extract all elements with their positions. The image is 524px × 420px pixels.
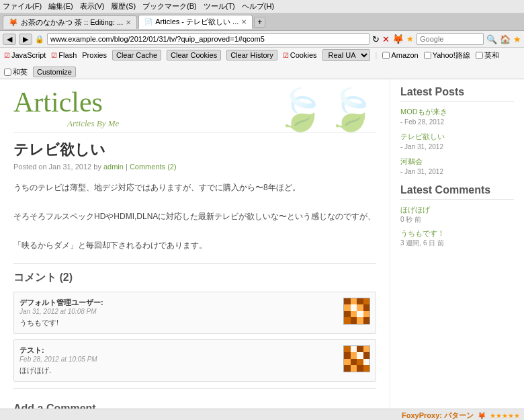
- comments-divider: [13, 388, 376, 389]
- tab-2-close[interactable]: ✕: [241, 18, 247, 26]
- js-check-icon: ☑: [4, 52, 10, 59]
- separator-1: |: [376, 51, 378, 59]
- avatar-cell: [357, 298, 363, 305]
- ja-checkbox[interactable]: [4, 69, 11, 76]
- sidebar-comment-2-link[interactable]: うちもです！: [400, 229, 445, 237]
- star-icon[interactable]: ★: [513, 34, 521, 44]
- refresh-icon[interactable]: ↻: [372, 34, 380, 44]
- bookmark-ja[interactable]: 和英: [4, 67, 28, 77]
- menu-tools[interactable]: ツール(T): [204, 1, 235, 11]
- comment-1-date: Jan 31, 2012 at 10:08 PM: [19, 308, 338, 315]
- avatar-cell: [357, 365, 363, 372]
- comment-1-text: うちもです!: [19, 318, 338, 328]
- avatar-cell: [344, 359, 351, 366]
- comment-2-text: ほげほげ.: [19, 366, 338, 376]
- comment-1-author: デフォルト管理ユーザー:: [19, 298, 338, 308]
- back-button[interactable]: ◀: [3, 34, 16, 45]
- avatar-cell: [351, 317, 357, 324]
- bookmark-proxies[interactable]: Proxies: [82, 51, 107, 59]
- tab-2[interactable]: 📄 Articles - テレビ欲しい ... ✕: [138, 15, 253, 29]
- clear-history-button[interactable]: Clear History: [226, 50, 277, 60]
- bookmark-proxies-label: Proxies: [82, 51, 107, 59]
- avatar-cell: [363, 317, 370, 324]
- home-icon[interactable]: 🏠: [500, 34, 511, 44]
- amazon-checkbox[interactable]: [382, 52, 390, 59]
- site-header: Articles Articles By Me 🍃🍃: [13, 86, 376, 133]
- bookmark-flash[interactable]: ☑ Flash: [51, 51, 77, 59]
- tab-1[interactable]: 🦊 お茶のなかみつ 茶 :: Editing: ... ✕: [3, 15, 137, 29]
- bookmark-cookies[interactable]: ☑ Cookies: [283, 51, 317, 59]
- search-star-icon: ★: [406, 34, 414, 44]
- avatar-cell: [351, 346, 357, 353]
- menu-help[interactable]: ヘルプ(H): [242, 1, 274, 11]
- bookmark-yahoo[interactable]: Yahoo!路線: [424, 50, 470, 60]
- comment-2-date: Feb 28, 2012 at 10:05 PM: [19, 355, 338, 363]
- sidebar-comment-2: うちもです！ 3 週間, 6 日 前: [400, 228, 514, 248]
- bookmark-cookies-label: Cookies: [290, 51, 317, 59]
- avatar-cell: [363, 365, 370, 372]
- avatar-cell: [357, 304, 363, 311]
- avatar-cell: [344, 311, 351, 318]
- article-title: テレビ欲しい: [13, 140, 376, 160]
- bookmark-en[interactable]: 英和: [476, 50, 499, 60]
- article-meta-text: Posted on Jan 31, 2012 by: [13, 163, 103, 171]
- avatar-cell: [363, 311, 370, 318]
- article-line-3: 「映るからダメ」と毎回却下されるわけであります。: [13, 239, 376, 253]
- sidebar-post-1-link[interactable]: MODもが来き: [400, 107, 514, 117]
- sidebar-comment-1-time: 0 秒 前: [400, 215, 514, 224]
- sidebar-post-2-link[interactable]: テレビ欲しい: [400, 132, 514, 142]
- article-author-link[interactable]: admin: [103, 163, 124, 171]
- en-checkbox[interactable]: [476, 52, 483, 59]
- flash-check-icon: ☑: [51, 52, 57, 59]
- article-body: うちのテレビは薄型、地デジ対応ではありますが、すでに購入から〜8年ほど。 そろそ…: [13, 181, 376, 253]
- menu-bookmarks[interactable]: ブックマーク(B): [142, 1, 197, 11]
- bookmark-yahoo-label: Yahoo!路線: [433, 50, 470, 60]
- menu-view[interactable]: 表示(V): [80, 1, 105, 11]
- avatar-cell: [351, 365, 357, 372]
- customize-button[interactable]: Customize: [33, 67, 76, 77]
- avatar-cell: [344, 298, 351, 305]
- clear-cookies-button[interactable]: Clear Cookies: [167, 50, 221, 60]
- search-input[interactable]: [417, 33, 484, 45]
- tab-2-favicon: 📄: [144, 18, 152, 26]
- avatar-cell: [363, 352, 370, 359]
- clear-cache-button[interactable]: Clear Cache: [112, 50, 161, 60]
- bookmark-amazon[interactable]: Amazon: [382, 51, 418, 59]
- avatar-cell: [344, 304, 351, 311]
- bookmark-amazon-label: Amazon: [391, 51, 418, 59]
- address-input[interactable]: [47, 33, 369, 45]
- comment-2-author: テスト:: [19, 345, 338, 355]
- new-tab-button[interactable]: +: [254, 17, 265, 28]
- menu-history[interactable]: 履歴(S): [111, 1, 136, 11]
- sidebar-comment-1-link[interactable]: ほげほげ: [400, 206, 430, 214]
- avatar-cell: [357, 317, 363, 324]
- sidebar-post-3-link[interactable]: 河鵜会: [400, 157, 514, 167]
- comment-2-content: テスト: Feb 28, 2012 at 10:05 PM ほげほげ.: [19, 345, 338, 376]
- menu-file[interactable]: ファイル(F): [3, 1, 42, 11]
- article-comments-link[interactable]: Comments (2): [130, 163, 177, 171]
- latest-comments-title: Latest Comments: [400, 184, 514, 200]
- address-bar: ◀ ▶ 🔒 ↻ ✕ 🦊 ★ 🔍 🏠 ★: [0, 31, 524, 48]
- real-ua-select[interactable]: Real UA: [322, 49, 370, 61]
- star-rating: ★★★★★: [490, 412, 520, 419]
- bookmark-javascript-label: JavaScript: [11, 51, 46, 59]
- sidebar-post-2: テレビ欲しい - Jan 31, 2012: [400, 132, 514, 151]
- search-icon[interactable]: 🔍: [486, 34, 497, 44]
- avatar-cell: [357, 352, 363, 359]
- bookmarks-bar: ☑ JavaScript ☑ Flash Proxies Clear Cache…: [0, 48, 524, 79]
- forward-button[interactable]: ▶: [19, 34, 32, 45]
- yahoo-checkbox[interactable]: [424, 52, 431, 59]
- avatar-cell: [351, 352, 357, 359]
- add-comment-title: Add a Comment: [13, 403, 376, 409]
- tab-1-close[interactable]: ✕: [126, 19, 131, 26]
- menu-edit[interactable]: 編集(E): [48, 1, 73, 11]
- bookmark-javascript[interactable]: ☑ JavaScript: [4, 51, 46, 59]
- content-area: Articles Articles By Me 🍃🍃 テレビ欲しい Posted…: [0, 79, 524, 409]
- avatar-cell: [351, 298, 357, 305]
- avatar-cell: [357, 311, 363, 318]
- stop-icon[interactable]: ✕: [382, 34, 390, 44]
- avatar-cell: [363, 359, 370, 366]
- avatar-cell: [344, 317, 351, 324]
- cookies-check-icon: ☑: [283, 52, 289, 59]
- bookmark-ja-label: 和英: [13, 67, 28, 77]
